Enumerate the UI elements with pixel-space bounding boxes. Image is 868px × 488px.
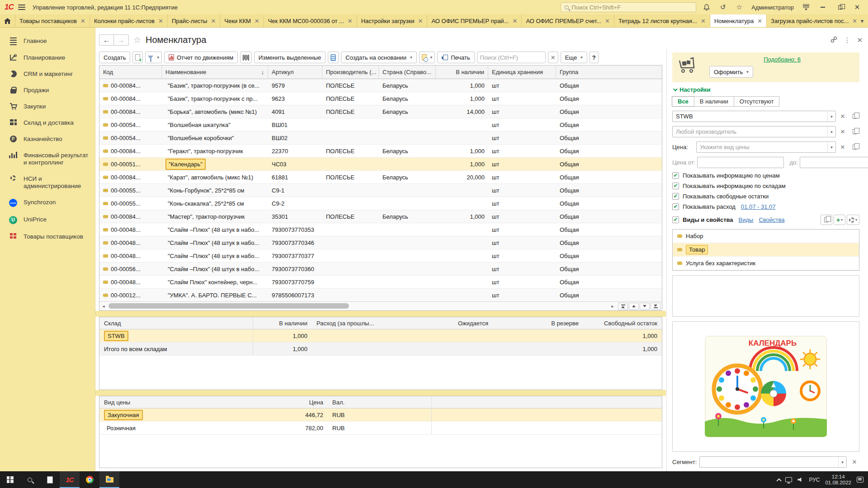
print-labels-button[interactable]	[328, 52, 339, 63]
tab-close-icon[interactable]: ✕	[852, 18, 856, 24]
sidebar-item-administration[interactable]: НСИ и администрирование	[6, 171, 95, 194]
go-to-top-button[interactable]	[618, 303, 628, 310]
price-kind-field[interactable]: ▾	[696, 141, 836, 153]
filter-button[interactable]: ▾	[145, 52, 162, 63]
picked-items-link[interactable]: Подобрано: 6	[764, 56, 801, 63]
table-row[interactable]: 00-00012... "УМКА". А. БАРТО. ПЕРВЫЕ С..…	[99, 289, 662, 301]
create-button[interactable]: Создать	[99, 52, 130, 63]
favorites-star-icon[interactable]: ☆	[733, 2, 745, 13]
table-row[interactable]: 00-00054... "Волшебные коробочки" ВШ02 ш…	[99, 131, 662, 145]
checkbox-checked-icon[interactable]: ✔	[672, 216, 679, 223]
table-row[interactable]: 00-00084... "Борька", автомобиль (микс №…	[99, 105, 662, 118]
list-search-field[interactable]	[477, 52, 546, 63]
type-settings-button[interactable]: ▾	[847, 215, 859, 225]
barcode-scan-button[interactable]	[240, 52, 252, 63]
price-row-purchase[interactable]: Закупочная 446,72 RUB	[99, 408, 662, 422]
volume-icon[interactable]	[797, 477, 803, 483]
horizontal-scrollbar[interactable]: ◂ ▸	[99, 301, 662, 310]
segment-input[interactable]	[700, 459, 838, 465]
open-price-kind-icon[interactable]	[849, 142, 859, 152]
taskbar-notepad-icon[interactable]	[40, 471, 60, 488]
item-type-row[interactable]: Товар	[673, 243, 859, 257]
sidebar-item-uniprice[interactable]: U UniPrice	[6, 211, 95, 229]
dropdown-caret-icon[interactable]: ▾	[827, 127, 835, 137]
table-row[interactable]: 00-00055... "Конь-скакалка", 25*2*85 см …	[99, 197, 662, 210]
table-row[interactable]: 00-00048... "Слайм –Плюх" (48 штук в наб…	[99, 249, 662, 263]
document-tab[interactable]: Настройки загрузки ✕	[357, 14, 428, 27]
clear-segment-icon[interactable]: ✕	[849, 457, 859, 467]
tab-close-icon[interactable]: ✕	[158, 18, 163, 24]
sidebar-item-purchases[interactable]: Закупки	[6, 99, 95, 115]
column-header-unit[interactable]: Единица хранения	[488, 66, 556, 79]
table-row[interactable]: 00-00051... "Календарь" ЧС03 1,000 шт Об…	[99, 158, 662, 171]
segment-field[interactable]: ▾	[699, 456, 847, 468]
home-tab[interactable]	[0, 14, 15, 27]
tray-expand-icon[interactable]	[777, 478, 782, 483]
types-link[interactable]: Виды	[739, 216, 754, 223]
network-icon[interactable]	[785, 477, 792, 482]
scheduled-doc-button[interactable]: ▾	[419, 52, 435, 63]
table-row[interactable]: 00-00048... "Слайм Плюх" контейнер, черн…	[99, 276, 662, 289]
movement-report-button[interactable]: Отчет по движениям	[164, 52, 238, 63]
table-row[interactable]: 00-00084... "Геракл", трактор-погрузчик …	[99, 145, 662, 158]
go-to-bottom-button[interactable]	[651, 303, 660, 310]
sidebar-item-supplier-goods[interactable]: Товары поставщиков	[6, 229, 95, 245]
sidebar-item-finance[interactable]: Финансовый результат и контроллинг	[6, 147, 95, 171]
price-to-input[interactable]	[800, 159, 868, 166]
current-user[interactable]: Администратор	[751, 4, 794, 11]
tab-close-icon[interactable]: ✕	[757, 18, 762, 24]
document-tab[interactable]: АО ОФИС ПРЕМЬЕР счет... ✕	[522, 14, 614, 27]
main-menu-icon[interactable]	[18, 5, 25, 10]
properties-link[interactable]: Свойства	[759, 216, 784, 223]
tab-close-icon[interactable]: ✕	[512, 18, 517, 24]
back-button[interactable]: ←	[99, 34, 114, 46]
checkbox-checked-icon[interactable]: ✔	[672, 193, 679, 200]
taskbar-chrome-icon[interactable]	[80, 471, 99, 488]
sidebar-item-crm[interactable]: CRM и маркетинг	[6, 66, 95, 82]
row-up-button[interactable]	[629, 303, 639, 310]
open-warehouse-icon[interactable]	[849, 111, 859, 122]
item-type-row[interactable]: Набор	[673, 230, 859, 243]
row-down-button[interactable]	[640, 303, 650, 310]
period-link[interactable]: 01.07 - 31.07	[741, 203, 776, 210]
create-based-on-button[interactable]: Создать на основании▾	[341, 52, 416, 63]
checkbox-checked-icon[interactable]: ✔	[672, 172, 679, 179]
help-button[interactable]: ?	[590, 52, 599, 63]
warehouse-filter-field[interactable]: ▾	[672, 111, 836, 122]
item-image-calendar-toy[interactable]: КАЛЕНДАРЬ	[705, 336, 827, 437]
warehouse-row-stwb[interactable]: STWB 1,000 1,000	[99, 329, 662, 343]
dropdown-caret-icon[interactable]: ▾	[827, 142, 835, 152]
sidebar-item-synchrozon[interactable]: ozon Synchrozon	[6, 194, 95, 211]
tab-close-icon[interactable]: ✕	[211, 18, 216, 24]
tab-close-icon[interactable]: ✕	[80, 18, 85, 24]
document-tab[interactable]: Колонки прайс-листов ✕	[90, 14, 168, 27]
taskbar-1c-icon[interactable]: 1С	[60, 471, 80, 488]
warehouse-row-total[interactable]: Итого по всем складам 1,000 1,000	[99, 343, 662, 356]
tab-close-icon[interactable]: ✕	[418, 18, 423, 24]
notifications-bell-icon[interactable]	[701, 2, 712, 13]
availability-filter-tab[interactable]: В наличии	[694, 96, 734, 107]
price-kind-input[interactable]	[697, 144, 827, 150]
warehouse-filter-input[interactable]	[673, 113, 827, 120]
clear-search-button[interactable]: ✕	[548, 52, 558, 63]
add-to-favorites-star-icon[interactable]: ☆	[133, 35, 141, 45]
create-group-button[interactable]	[132, 52, 143, 63]
document-tab[interactable]: Чеки ККМ ✕	[220, 14, 264, 27]
keyboard-language[interactable]: РУС	[809, 477, 820, 483]
column-header-name[interactable]: Наименование↓	[162, 66, 268, 79]
clock[interactable]: 12:14 01.08.2022	[825, 474, 851, 486]
sidebar-item-planning[interactable]: ₽ Планирование	[6, 50, 95, 66]
add-type-button[interactable]: +▾	[834, 215, 845, 225]
checkbox-checked-icon[interactable]: ✔	[672, 203, 679, 210]
print-button[interactable]: Печать	[437, 52, 475, 63]
more-menu-dots-icon[interactable]: ⋮	[844, 36, 850, 44]
history-icon[interactable]: ↺	[717, 2, 729, 13]
scrollbar-thumb[interactable]	[108, 303, 349, 309]
close-window-button[interactable]: ✕	[851, 2, 863, 13]
sidebar-item-warehouse[interactable]: Склад и доставка	[6, 115, 95, 131]
availability-filter-tab[interactable]: Все	[672, 96, 694, 107]
document-tab[interactable]: Загрузка прайс-листов пос... ✕	[767, 14, 856, 27]
minimize-button[interactable]	[816, 2, 829, 13]
taskbar-search-button[interactable]	[20, 471, 40, 488]
more-actions-button[interactable]: Еще▾	[561, 52, 587, 63]
